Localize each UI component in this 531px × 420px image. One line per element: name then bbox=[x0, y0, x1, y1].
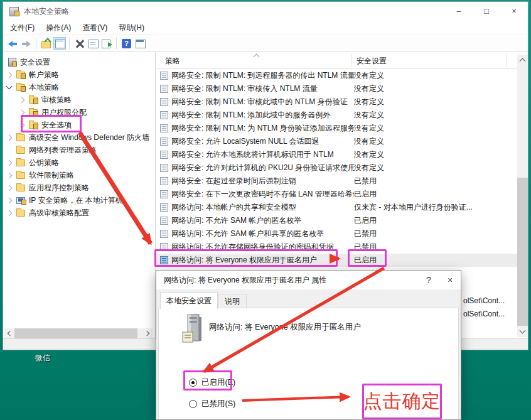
policy-row[interactable]: 网络安全: 限制 NTLM: 审核此域中的 NTLM 身份验证没有定义 bbox=[156, 95, 517, 109]
chevron-down-icon[interactable] bbox=[6, 83, 13, 90]
radio-selected-icon[interactable] bbox=[189, 379, 197, 387]
column-divider[interactable] bbox=[351, 54, 352, 67]
chevron-right-icon[interactable] bbox=[19, 122, 25, 128]
policy-name-cell: 网络安全: 限制 NTLM: 为 NTLM 身份验证添加远程服务器... bbox=[171, 123, 354, 134]
title-bar[interactable]: 本地安全策略 – □ × bbox=[3, 2, 528, 21]
toolbar-separator bbox=[36, 38, 36, 49]
policy-properties-dialog: 网络访问: 将 Everyone 权限应用于匿名用户 属性 ? × 本地安全设置… bbox=[156, 270, 461, 420]
tree-item-9[interactable]: 软件限制策略 bbox=[3, 169, 155, 181]
policy-row[interactable]: 网络安全: 限制 NTLM: 到远程服务器的传出 NTLM 流量没有定义 bbox=[156, 69, 517, 82]
dialog-close-button[interactable]: × bbox=[439, 271, 461, 289]
security-setting-cell: 没有定义 bbox=[354, 70, 514, 81]
tree-item-label: 网络列表管理器策略 bbox=[29, 145, 97, 156]
chevron-right-icon[interactable] bbox=[19, 109, 25, 116]
radio-enabled[interactable]: 已启用(E) bbox=[189, 377, 235, 388]
policy-row[interactable]: 网络访问: 不允许 SAM 帐户的匿名枚举已启用 bbox=[156, 214, 517, 227]
radio-disabled[interactable]: 已禁用(S) bbox=[189, 399, 235, 409]
tree-item-6[interactable]: 高级安全 Windows Defender 防火墙 bbox=[3, 131, 155, 144]
policy-row[interactable]: 网络安全: 在下一次更改密码时不存储 LAN 管理器哈希值已启用 bbox=[156, 188, 517, 201]
export-list-icon[interactable] bbox=[100, 37, 113, 50]
chevron-right-icon[interactable] bbox=[6, 159, 13, 166]
toolbar-separator bbox=[69, 38, 70, 49]
policy-name-cell: 网络安全: 限制 NTLM: 添加此域中的服务器例外 bbox=[171, 110, 354, 121]
column-header-setting[interactable]: 安全设置 bbox=[357, 56, 387, 67]
chevron-right-icon[interactable] bbox=[6, 172, 13, 178]
tab-local-security-setting[interactable]: 本地安全设置 bbox=[160, 292, 218, 309]
menu-item-0[interactable]: 文件(F) bbox=[4, 21, 40, 35]
list-vertical-scrollbar[interactable] bbox=[517, 55, 528, 337]
dialog-help-button[interactable]: ? bbox=[418, 271, 439, 289]
desktop-icon-label-wechat[interactable]: 微信 bbox=[35, 353, 50, 363]
menu-item-2[interactable]: 查看(V) bbox=[77, 21, 113, 35]
tree-item-4[interactable]: 用户权限分配 bbox=[3, 106, 155, 119]
menu-item-1[interactable]: 操作(A) bbox=[40, 21, 77, 35]
chevron-right-icon[interactable] bbox=[6, 185, 13, 191]
tree: 安全设置帐户策略本地策略审核策略用户权限分配安全选项高级安全 Windows D… bbox=[3, 56, 155, 219]
scroll-down-icon[interactable] bbox=[517, 326, 528, 337]
policy-row[interactable]: 网络安全: 限制 NTLM: 为 NTLM 身份验证添加远程服务器...没有定义 bbox=[156, 122, 517, 135]
tree-item-12[interactable]: 高级审核策略配置 bbox=[3, 207, 155, 219]
policy-doc-icon bbox=[160, 124, 168, 132]
chevron-right-icon[interactable] bbox=[6, 134, 13, 141]
policy-row[interactable]: 网络安全: 允许 LocalSystem NULL 会话回退没有定义 bbox=[156, 135, 517, 148]
policy-name-cell: 网络安全: 允许 LocalSystem NULL 会话回退 bbox=[171, 136, 354, 147]
policy-name-cell: 网络访问: 本地帐户的共享和安全模型 bbox=[171, 202, 354, 213]
new-window-icon[interactable] bbox=[134, 37, 146, 50]
tab-description[interactable]: 说明 bbox=[218, 294, 247, 308]
close-button[interactable]: × bbox=[500, 2, 528, 21]
policy-row[interactable]: 网络安全: 允许对此计算机的 PKU2U 身份验证请求使用联...没有定义 bbox=[156, 161, 517, 175]
scrollbar-thumb[interactable] bbox=[517, 178, 528, 326]
tree-item-10[interactable]: 应用程序控制策略 bbox=[3, 181, 155, 194]
dialog-title-bar[interactable]: 网络访问: 将 Everyone 权限应用于匿名用户 属性 ? × bbox=[156, 271, 461, 289]
policy-doc-icon bbox=[160, 98, 168, 106]
tree-item-11[interactable]: IP 安全策略，在 本地计算机 bbox=[3, 194, 155, 207]
policy-row[interactable]: 网络访问: 将 Everyone 权限应用于匿名用户已启用 bbox=[156, 254, 517, 267]
chevron-right-icon[interactable] bbox=[6, 210, 13, 216]
policy-name-cell: 网络安全: 允许本地系统将计算机标识用于 NTLM bbox=[171, 149, 354, 160]
policy-doc-icon bbox=[160, 217, 168, 225]
tree-item-1[interactable]: 帐户策略 bbox=[3, 68, 155, 81]
chevron-right-icon[interactable] bbox=[6, 197, 13, 203]
policy-name-cell: 网络访问: 不允许 SAM 帐户和共享的匿名枚举 bbox=[171, 229, 354, 239]
menu-item-3[interactable]: 帮助(H) bbox=[113, 21, 150, 35]
policy-row[interactable]: 网络访问: 不允许 SAM 帐户和共享的匿名枚举已禁用 bbox=[156, 227, 517, 240]
tree-item-0[interactable]: 安全设置 bbox=[3, 56, 155, 68]
column-divider[interactable] bbox=[507, 54, 507, 67]
policy-row[interactable]: 网络安全: 在超过登录时间后强制注销已禁用 bbox=[156, 175, 517, 188]
tree-item-7[interactable]: 网络列表管理器策略 bbox=[3, 144, 155, 156]
scroll-up-icon[interactable] bbox=[517, 55, 528, 65]
radio-unselected-icon[interactable] bbox=[189, 400, 197, 408]
minimize-button[interactable]: – bbox=[445, 2, 473, 21]
help-icon[interactable] bbox=[120, 37, 132, 50]
forward-icon[interactable] bbox=[20, 37, 33, 50]
tree-horizontal-scrollbar[interactable] bbox=[4, 328, 153, 338]
up-level-icon[interactable] bbox=[40, 37, 52, 50]
tree-item-8[interactable]: 公钥策略 bbox=[3, 156, 155, 169]
policy-doc-icon bbox=[160, 164, 168, 172]
console-tree-pane: 安全设置帐户策略本地策略审核策略用户权限分配安全选项高级安全 Windows D… bbox=[3, 52, 156, 340]
scroll-left-icon[interactable] bbox=[4, 328, 14, 338]
maximize-button[interactable]: □ bbox=[473, 2, 500, 21]
properties-icon[interactable] bbox=[87, 37, 99, 50]
scroll-right-icon[interactable] bbox=[142, 328, 153, 338]
tree-item-3[interactable]: 审核策略 bbox=[3, 94, 155, 106]
tree-item-2[interactable]: 本地策略 bbox=[3, 81, 155, 94]
sort-ascending-icon bbox=[254, 54, 260, 60]
tree-item-label: 审核策略 bbox=[41, 95, 72, 105]
security-setting-cell: 没有定义 bbox=[354, 110, 514, 121]
column-header-policy[interactable]: 策略 bbox=[165, 56, 180, 67]
policy-doc-icon bbox=[160, 203, 168, 212]
tree-item-5[interactable]: 安全选项 bbox=[3, 119, 155, 131]
policy-row[interactable]: 网络访问: 本地帐户的共享和安全模型仅来宾 - 对本地用户进行身份验证... bbox=[156, 201, 517, 214]
show-console-tree-icon[interactable] bbox=[53, 37, 66, 50]
policy-row[interactable]: 网络安全: 允许本地系统将计算机标识用于 NTLM没有定义 bbox=[156, 148, 517, 161]
policy-row[interactable]: 网络访问: 不允许存储网络身份验证的密码和凭据已禁用 bbox=[156, 240, 517, 254]
policy-row[interactable]: 网络安全: 限制 NTLM: 审核传入 NTLM 流量没有定义 bbox=[156, 82, 517, 95]
policy-name-cell: 网络访问: 将 Everyone 权限应用于匿名用户 bbox=[171, 255, 354, 266]
chevron-right-icon[interactable] bbox=[19, 97, 25, 103]
scrollbar-thumb[interactable] bbox=[14, 328, 137, 338]
delete-icon[interactable] bbox=[73, 37, 85, 50]
policy-row[interactable]: 网络安全: 限制 NTLM: 添加此域中的服务器例外没有定义 bbox=[156, 109, 517, 122]
chevron-right-icon[interactable] bbox=[6, 72, 13, 78]
back-icon[interactable] bbox=[6, 37, 19, 50]
